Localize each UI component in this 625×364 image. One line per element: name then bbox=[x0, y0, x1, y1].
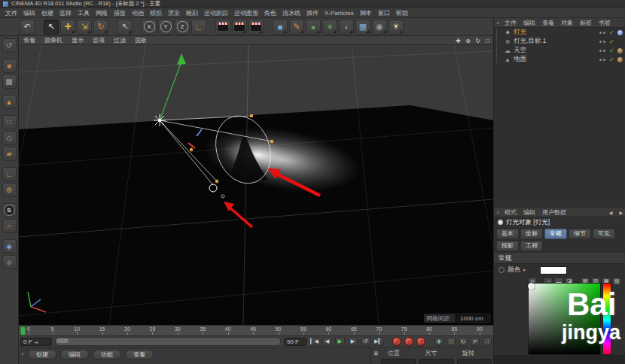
spline-pen-button[interactable]: ✎ bbox=[289, 20, 304, 35]
record-parameter-toggle[interactable]: P bbox=[471, 337, 480, 346]
record-keyframe-button[interactable]: ╱ bbox=[392, 337, 401, 346]
menu-item[interactable]: 创建 bbox=[38, 9, 56, 17]
viewport-menu-item[interactable]: 查看 bbox=[19, 36, 40, 44]
om-menu-bookmarks[interactable]: 书签 bbox=[596, 19, 614, 27]
previous-frame-button[interactable]: ◀ bbox=[322, 337, 332, 346]
object-row-light-target[interactable]: ⊕ 灯光.目标.1 ✓ bbox=[494, 37, 625, 46]
menu-item[interactable]: 模拟 bbox=[147, 9, 165, 17]
viewport-menu-item[interactable]: 摄像机 bbox=[40, 36, 67, 44]
tab-project[interactable]: 工程 bbox=[520, 241, 543, 251]
3d-scene[interactable]: 网格间距 1000 cm bbox=[19, 45, 493, 325]
live-selection-button[interactable]: ↖ bbox=[44, 20, 59, 35]
material-tag-icon[interactable] bbox=[617, 48, 623, 53]
material-menu-create[interactable]: 创建 bbox=[28, 350, 56, 359]
timeline-ruler[interactable]: 051015202530354045505560657075808590 bbox=[19, 325, 493, 336]
viewport-menu-item[interactable]: 选项 bbox=[88, 36, 109, 44]
tab-general[interactable]: 常规 bbox=[544, 229, 567, 239]
record-pla-toggle[interactable]: ∷ bbox=[483, 337, 492, 346]
menu-item[interactable]: X-Particles bbox=[322, 10, 357, 17]
menu-item[interactable]: 运动图形 bbox=[231, 9, 261, 17]
spinner-arrows-icon[interactable]: ◂▸ bbox=[35, 339, 39, 344]
subdivision-surface-button[interactable]: ● bbox=[306, 20, 321, 35]
current-frame-field[interactable]: 0 F ◂▸ bbox=[20, 338, 52, 346]
add-primitive-button[interactable]: ■ bbox=[273, 20, 288, 35]
zoom-view-icon[interactable]: ⊕ bbox=[464, 38, 472, 44]
position-field[interactable] bbox=[381, 359, 416, 364]
expand-arrow-icon[interactable]: ▸ bbox=[523, 267, 526, 273]
record-position-toggle[interactable]: ✚ bbox=[434, 337, 444, 346]
object-row-light[interactable]: ☀ 灯光 ✓ bbox=[494, 28, 625, 37]
visibility-dots[interactable] bbox=[599, 41, 605, 43]
viewport-menu-item[interactable]: 显示 bbox=[67, 36, 88, 44]
render-settings-button[interactable] bbox=[248, 20, 264, 35]
menu-item[interactable]: 运动跟踪 bbox=[201, 9, 231, 17]
environment-button[interactable]: ▦ bbox=[355, 20, 370, 35]
menu-item[interactable]: 选择 bbox=[56, 9, 75, 17]
keyframe-selection-button[interactable]: ? bbox=[416, 337, 425, 346]
menu-item[interactable]: 编辑 bbox=[20, 9, 38, 17]
menu-item[interactable]: 渲染 bbox=[165, 9, 183, 17]
keyframe-ring-icon[interactable] bbox=[498, 267, 505, 273]
record-scale-toggle[interactable]: □ bbox=[447, 337, 456, 346]
attr-menu-mode[interactable]: 模式 bbox=[502, 208, 520, 217]
lock-z-button[interactable]: Z bbox=[175, 20, 190, 35]
menu-item[interactable]: 帮助 bbox=[393, 9, 411, 17]
menu-item[interactable]: 角色 bbox=[261, 9, 279, 17]
goto-end-button[interactable]: ▶▎ bbox=[373, 337, 383, 346]
magnet-button[interactable]: ∩ bbox=[2, 219, 17, 233]
current-frame-marker[interactable] bbox=[20, 326, 26, 335]
range-handle[interactable] bbox=[56, 338, 69, 343]
tab-details[interactable]: 细节 bbox=[569, 229, 591, 239]
section-header-general[interactable]: 常规 bbox=[494, 253, 625, 264]
snap-button[interactable]: S bbox=[2, 203, 17, 217]
enable-check-icon[interactable]: ✓ bbox=[609, 38, 615, 45]
size-field[interactable] bbox=[419, 359, 453, 364]
goto-start-button[interactable]: ▎◀ bbox=[309, 337, 319, 346]
rotate-view-icon[interactable]: ↻ bbox=[474, 38, 482, 44]
polygons-mode-button[interactable]: ▰ bbox=[2, 147, 17, 161]
material-tag-icon[interactable] bbox=[617, 57, 623, 62]
attr-menu-userdata[interactable]: 用户数据 bbox=[539, 208, 569, 217]
workplane-mode-button[interactable]: ▲ bbox=[2, 95, 17, 109]
deformer-button[interactable]: ◗ bbox=[339, 20, 354, 35]
loop-button[interactable]: ↺ bbox=[361, 337, 370, 346]
lock-workplane-button[interactable]: ⊕ bbox=[2, 183, 17, 197]
light-button[interactable]: ☀ bbox=[389, 20, 404, 35]
model-mode-button[interactable]: ■ bbox=[2, 59, 17, 73]
viewport-menu-item[interactable]: 过滤 bbox=[109, 36, 130, 44]
menu-item[interactable]: 窗口 bbox=[375, 9, 393, 17]
color-swatch[interactable] bbox=[540, 266, 567, 275]
tab-shadow[interactable]: 投影 bbox=[496, 241, 519, 251]
last-tool-button[interactable]: ↖ bbox=[117, 20, 133, 35]
object-row-floor[interactable]: ▲ 地面 ✓ bbox=[494, 55, 625, 64]
om-menu-objects[interactable]: 对象 bbox=[558, 19, 576, 27]
enable-check-icon[interactable]: ✓ bbox=[609, 56, 615, 63]
pan-view-icon[interactable]: ✚ bbox=[454, 38, 462, 44]
workplane-button[interactable]: ◈ bbox=[2, 239, 17, 253]
camera-button[interactable]: ◉ bbox=[372, 20, 387, 35]
render-view-button[interactable] bbox=[215, 20, 230, 35]
viewport-menu-item[interactable]: 面板 bbox=[130, 36, 151, 44]
texture-mode-button[interactable]: ▩ bbox=[2, 74, 17, 89]
plane-cube-button[interactable]: ◆ bbox=[2, 255, 17, 269]
visibility-dots[interactable] bbox=[599, 32, 605, 34]
om-menu-view[interactable]: 查看 bbox=[539, 19, 557, 27]
record-rotation-toggle[interactable]: ↻ bbox=[459, 337, 468, 346]
lock-x-button[interactable]: X bbox=[142, 20, 157, 35]
maximize-view-icon[interactable]: □ bbox=[483, 38, 492, 44]
make-editable-button[interactable]: ↺ bbox=[2, 38, 17, 53]
lock-icon[interactable]: ▣ bbox=[373, 350, 380, 356]
enable-check-icon[interactable]: ✓ bbox=[609, 47, 615, 54]
points-mode-button[interactable]: ∷ bbox=[2, 115, 17, 129]
mixer-mode-button[interactable]: ▧ bbox=[612, 278, 621, 286]
tab-coordinates[interactable]: 坐标 bbox=[520, 229, 543, 239]
tab-basic[interactable]: 基本 bbox=[496, 229, 519, 239]
history-forward-icon[interactable]: ▶ bbox=[616, 210, 625, 215]
autokey-button[interactable]: ○ bbox=[404, 337, 413, 346]
next-frame-button[interactable]: ▶ bbox=[348, 337, 358, 346]
attr-menu-edit[interactable]: 编辑 bbox=[520, 208, 538, 217]
menu-item[interactable]: 插件 bbox=[303, 9, 322, 17]
rotate-tool-button[interactable]: ↻ bbox=[93, 20, 108, 35]
mograph-button[interactable]: ∗ bbox=[322, 20, 337, 35]
coordinate-system-button[interactable]: ∟ bbox=[191, 20, 206, 35]
